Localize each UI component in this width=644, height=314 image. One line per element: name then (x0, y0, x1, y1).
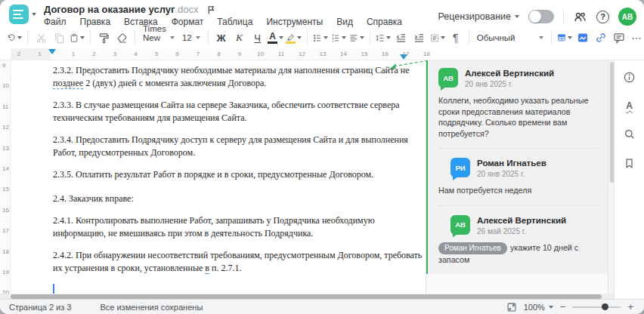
zoom-slider-handle[interactable] (602, 303, 608, 310)
comments-scrollbar[interactable] (608, 60, 614, 294)
highlight-color-swatch (286, 42, 296, 44)
font-color-caret-icon[interactable] (279, 36, 283, 39)
comment-author: Роман Игнатьев (477, 159, 546, 168)
insert-table-button[interactable] (556, 29, 573, 47)
bullet-list-caret-icon[interactable] (324, 36, 328, 39)
zoom-slider[interactable] (572, 306, 621, 308)
ruler-number: 14 (2, 165, 9, 172)
insert-link-button[interactable] (593, 29, 609, 47)
menu-item[interactable]: Инструменты (266, 17, 323, 27)
menu-item[interactable]: Правка (80, 17, 111, 27)
ruler-number: 9 (238, 51, 241, 57)
info-icon[interactable] (622, 69, 637, 85)
paste-caret-icon[interactable] (80, 36, 85, 39)
ruler-number: 15 (361, 51, 368, 57)
font-size-select[interactable]: 12 (179, 29, 203, 47)
comment-avatar: АВ (450, 215, 470, 235)
ruler-number: 1 (38, 51, 41, 57)
font-family-select[interactable]: Times New ... (140, 29, 178, 47)
comment[interactable]: АВ Алексей Вертинский 20 янв 2025 г. Кол… (438, 68, 597, 139)
ruler-number: 13 (320, 51, 327, 57)
ruler-number: 12 (299, 51, 305, 57)
insert-table-caret-icon[interactable] (568, 36, 572, 39)
help-icon[interactable]: ? (596, 11, 609, 23)
zoom-level-dropdown[interactable]: 100% (524, 303, 553, 312)
bookmark-icon[interactable] (622, 155, 637, 171)
insert-comment-button[interactable] (611, 29, 627, 47)
review-toggle[interactable] (528, 10, 554, 23)
page-margins-caret-icon[interactable] (441, 36, 445, 39)
flag-icon[interactable] (206, 5, 216, 15)
page-indicator[interactable]: Страница 2 из 3 (9, 303, 71, 312)
clear-formatting-button[interactable] (113, 29, 130, 47)
comment-thread[interactable]: АВ Алексей Вертинский 20 янв 2025 г. Кол… (426, 60, 608, 274)
align-button[interactable] (348, 29, 365, 47)
menu-item[interactable]: Файл (44, 17, 67, 27)
ruler-number: 15 (2, 186, 9, 192)
fit-page-icon[interactable] (506, 302, 517, 312)
comment-divider (438, 205, 597, 206)
indent-marker-first-line[interactable] (48, 49, 56, 54)
formatting-marks-button[interactable]: ¶ (447, 29, 464, 47)
ruler-number: 8 (217, 51, 220, 57)
underline-button[interactable]: Ч (249, 29, 266, 47)
undo-button[interactable] (6, 29, 23, 47)
highlight-caret-icon[interactable] (297, 36, 302, 39)
line-spacing-button[interactable] (375, 29, 392, 47)
editor-canvas: 91011121314151617181920 2.3.2. Предостав… (0, 60, 644, 299)
app-menu-button[interactable] (9, 5, 36, 24)
collaboration-users-icon[interactable] (573, 11, 587, 23)
paste-button[interactable] (69, 29, 85, 47)
search-icon[interactable] (622, 127, 637, 142)
comments-panel: АВ Алексей Вертинский 20 янв 2025 г. Кол… (426, 60, 608, 294)
align-caret-icon[interactable] (360, 36, 364, 39)
comment[interactable]: РИ Роман Игнатьев 20 янв 2025 г. Нам пот… (438, 158, 597, 196)
paragraph-style-select[interactable]: Обычный (474, 29, 546, 47)
decrease-indent-button[interactable] (393, 29, 410, 47)
cut-button[interactable] (33, 29, 49, 47)
ruler-number: 5 (155, 51, 158, 57)
document-title: Договор на оказание услуг (44, 4, 175, 15)
ruler-number: 6 (175, 51, 178, 57)
ruler-number: 13 (2, 145, 9, 152)
right-sidebar: А (614, 60, 644, 299)
format-painter-button[interactable] (95, 29, 112, 47)
ruler-number: 18 (423, 51, 430, 57)
menu-item[interactable]: Формат (172, 17, 204, 27)
paragraph: 2.3.2. Предоставить Подрядчику необходим… (53, 64, 430, 89)
numbered-list-caret-icon[interactable] (342, 36, 346, 39)
menu-item[interactable]: Таблица (217, 17, 252, 27)
app-window: Договор на оказание услуг .docx ФайлПрав… (0, 0, 644, 314)
ruler-number: 16 (2, 207, 9, 214)
ruler-number: 3 (113, 51, 116, 57)
zoom-out-button[interactable]: − (560, 302, 566, 312)
toolbar: Times New ... 12 Ж К Ч А (0, 27, 644, 48)
spellcheck-icon[interactable]: А (622, 98, 637, 113)
horizontal-scrollbar[interactable] (0, 294, 614, 299)
toolbar-more-button[interactable]: ⋯ (629, 29, 644, 47)
comment-author: Алексей Вертинский (465, 69, 554, 78)
copy-button[interactable] (51, 29, 67, 47)
menu-item[interactable]: Справка (367, 17, 402, 27)
bullet-list-button[interactable] (312, 29, 329, 47)
user-avatar[interactable]: АВ (618, 8, 636, 26)
menu-item[interactable]: Вид (336, 17, 353, 27)
zoom-in-button[interactable]: + (627, 302, 633, 312)
undo-caret-icon[interactable] (17, 36, 22, 39)
italic-button[interactable]: К (231, 29, 248, 47)
document-page[interactable]: 2.3.2. Предоставить Подрядчику необходим… (11, 60, 426, 294)
font-color-button[interactable]: А (268, 29, 284, 47)
comment[interactable]: АВ Алексей Вертинский 26 май 2025 г. Ром… (438, 215, 597, 266)
line-spacing-caret-icon[interactable] (386, 36, 391, 39)
comment-date: 20 янв 2025 г. (465, 80, 554, 88)
insert-image-button[interactable] (574, 29, 591, 47)
save-status: Все изменения сохранены (100, 303, 203, 312)
bold-button[interactable]: Ж (213, 29, 230, 47)
increase-indent-button[interactable] (411, 29, 428, 47)
ruler-number: 12 (2, 124, 9, 131)
page-margins-button[interactable] (429, 29, 446, 47)
numbered-list-button[interactable] (330, 29, 347, 47)
review-mode-dropdown[interactable]: Рецензирование (438, 11, 519, 22)
paragraph: 2.4.2. При обнаружении несоответствий тр… (53, 249, 430, 274)
highlight-color-button[interactable] (286, 29, 302, 47)
